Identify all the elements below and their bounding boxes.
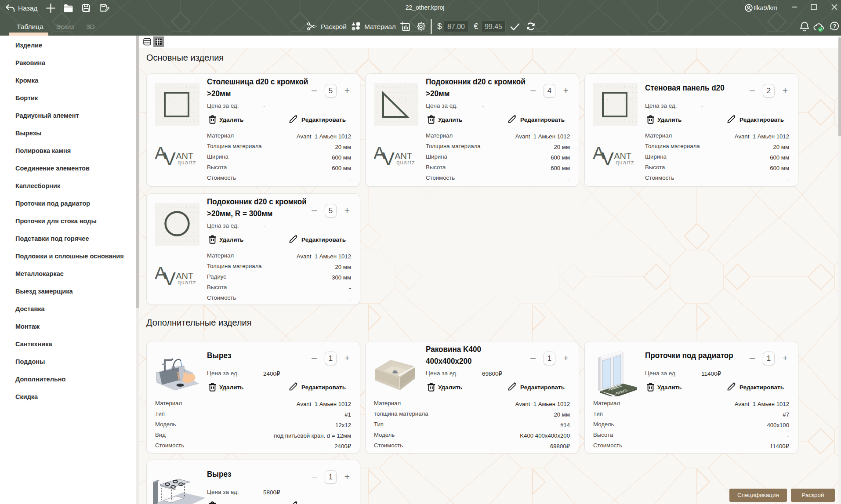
svg-text:V: V bbox=[382, 149, 395, 168]
svg-text:V: V bbox=[602, 149, 614, 168]
svg-text:quartz: quartz bbox=[178, 279, 196, 286]
svg-text:?: ? bbox=[833, 23, 837, 29]
svg-text:V: V bbox=[163, 149, 176, 168]
svg-text:V: V bbox=[163, 268, 176, 288]
svg-text:quartz: quartz bbox=[616, 159, 634, 166]
svg-text:quartz: quartz bbox=[396, 159, 415, 166]
svg-text:quartz: quartz bbox=[178, 159, 196, 166]
